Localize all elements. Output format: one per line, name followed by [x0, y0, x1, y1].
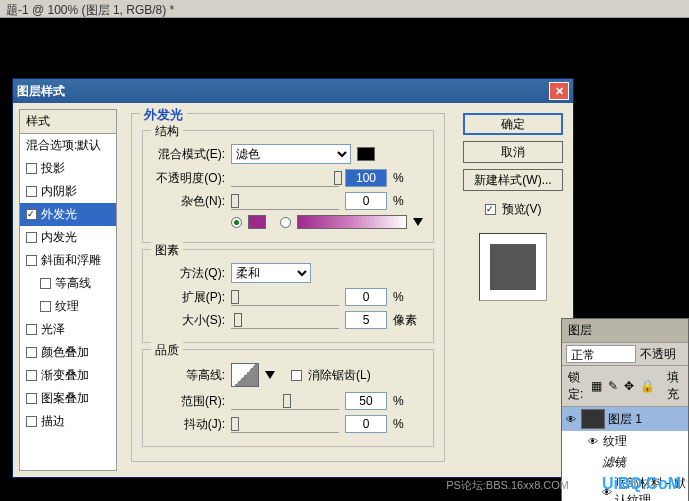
antialias-checkbox[interactable]	[291, 370, 302, 381]
layer-blend-select[interactable]: 正常	[566, 345, 636, 363]
gradient-swatch[interactable]	[297, 215, 407, 229]
new-style-button[interactable]: 新建样式(W)...	[463, 169, 563, 191]
contour-dropdown-icon[interactable]	[265, 371, 275, 379]
structure-title: 结构	[151, 123, 183, 140]
jitter-input[interactable]: 0	[345, 415, 387, 433]
style-item[interactable]: 渐变叠加	[20, 364, 116, 387]
style-checkbox[interactable]	[40, 278, 51, 289]
style-item[interactable]: 光泽	[20, 318, 116, 341]
dialog-title: 图层样式	[17, 83, 65, 100]
style-checkbox[interactable]	[26, 393, 37, 404]
style-item[interactable]: 斜面和浮雕	[20, 249, 116, 272]
layers-panel: 图层 正常 不透明 锁定: ▦ ✎ ✥ 🔒 填充 图层 1 纹理 滤镜 底部材料…	[561, 318, 689, 501]
ok-button[interactable]: 确定	[463, 113, 563, 135]
style-checkbox[interactable]	[26, 209, 37, 220]
watermark: UiBQ.CoM	[602, 475, 681, 493]
style-label: 外发光	[41, 206, 77, 223]
layer-thumbnail[interactable]	[581, 409, 605, 429]
style-checkbox[interactable]	[26, 324, 37, 335]
lock-label: 锁定:	[568, 369, 585, 403]
lock-brush-icon[interactable]: ✎	[608, 379, 618, 393]
size-slider[interactable]	[231, 311, 339, 329]
styles-column: 样式 混合选项:默认 投影内阴影外发光内发光斜面和浮雕等高线纹理光泽颜色叠加渐变…	[19, 109, 117, 471]
style-item[interactable]: 图案叠加	[20, 387, 116, 410]
preview-swatch	[490, 244, 536, 290]
styles-header[interactable]: 样式	[20, 110, 116, 134]
range-unit: %	[393, 394, 423, 408]
elements-title: 图素	[151, 242, 183, 259]
buttons-column: 确定 取消 新建样式(W)... 预览(V)	[459, 109, 567, 471]
noise-unit: %	[393, 194, 423, 208]
gradient-radio[interactable]	[280, 217, 291, 228]
spread-input[interactable]: 0	[345, 288, 387, 306]
style-item[interactable]: 描边	[20, 410, 116, 433]
close-icon[interactable]: ✕	[549, 82, 569, 100]
style-label: 内发光	[41, 229, 77, 246]
visibility-icon[interactable]	[564, 413, 578, 425]
style-label: 描边	[41, 413, 65, 430]
fx-row[interactable]: 滤镜	[562, 452, 688, 473]
style-label: 颜色叠加	[41, 344, 89, 361]
style-checkbox[interactable]	[26, 370, 37, 381]
spread-slider[interactable]	[231, 288, 339, 306]
range-input[interactable]: 50	[345, 392, 387, 410]
style-item[interactable]: 纹理	[20, 295, 116, 318]
style-checkbox[interactable]	[26, 186, 37, 197]
dropdown-icon[interactable]	[413, 218, 423, 226]
layers-tab[interactable]: 图层	[562, 319, 688, 343]
fill-label: 填充	[667, 369, 682, 403]
jitter-slider[interactable]	[231, 415, 339, 433]
blend-mode-select[interactable]: 滤色	[231, 144, 351, 164]
opacity-input[interactable]: 100	[345, 169, 387, 187]
lock-all-icon[interactable]: 🔒	[640, 379, 655, 393]
antialias-label: 消除锯齿(L)	[308, 367, 371, 384]
style-item[interactable]: 等高线	[20, 272, 116, 295]
preview-label: 预览(V)	[502, 201, 542, 218]
spread-unit: %	[393, 290, 423, 304]
quality-title: 品质	[151, 342, 183, 359]
settings-column: 外发光 结构 混合模式(E): 滤色 不透明度(O): 100 %	[123, 109, 453, 471]
range-slider[interactable]	[231, 392, 339, 410]
style-checkbox[interactable]	[26, 347, 37, 358]
lock-pixels-icon[interactable]: ▦	[591, 379, 602, 393]
style-item[interactable]: 内发光	[20, 226, 116, 249]
contour-label: 等高线:	[153, 367, 225, 384]
fx-row[interactable]: 纹理	[562, 431, 688, 452]
style-label: 光泽	[41, 321, 65, 338]
style-label: 纹理	[55, 298, 79, 315]
color-swatch[interactable]	[248, 215, 266, 229]
style-checkbox[interactable]	[26, 232, 37, 243]
overflow-swatch[interactable]	[357, 147, 375, 161]
visibility-icon[interactable]	[586, 436, 600, 448]
style-item[interactable]: 内阴影	[20, 180, 116, 203]
noise-slider[interactable]	[231, 192, 339, 210]
layer-opacity-label: 不透明	[640, 346, 676, 363]
blend-mode-label: 混合模式(E):	[153, 146, 225, 163]
style-checkbox[interactable]	[26, 163, 37, 174]
noise-input[interactable]: 0	[345, 192, 387, 210]
style-label: 图案叠加	[41, 390, 89, 407]
canvas: 图层样式 ✕ 样式 混合选项:默认 投影内阴影外发光内发光斜面和浮雕等高线纹理光…	[0, 18, 689, 501]
style-item[interactable]: 外发光	[20, 203, 116, 226]
opacity-slider[interactable]	[231, 169, 339, 187]
fx-label: 纹理	[603, 433, 627, 450]
cancel-button[interactable]: 取消	[463, 141, 563, 163]
style-item[interactable]: 投影	[20, 157, 116, 180]
contour-picker[interactable]	[231, 363, 259, 387]
size-input[interactable]: 5	[345, 311, 387, 329]
color-radio[interactable]	[231, 217, 242, 228]
style-checkbox[interactable]	[26, 255, 37, 266]
lock-move-icon[interactable]: ✥	[624, 379, 634, 393]
layer-row[interactable]: 图层 1	[562, 407, 688, 431]
style-checkbox[interactable]	[26, 416, 37, 427]
blend-options-item[interactable]: 混合选项:默认	[20, 134, 116, 157]
style-label: 内阴影	[41, 183, 77, 200]
style-label: 投影	[41, 160, 65, 177]
opacity-label: 不透明度(O):	[153, 170, 225, 187]
preview-checkbox[interactable]	[485, 204, 496, 215]
method-select[interactable]: 柔和	[231, 263, 311, 283]
style-item[interactable]: 颜色叠加	[20, 341, 116, 364]
style-label: 渐变叠加	[41, 367, 89, 384]
style-checkbox[interactable]	[40, 301, 51, 312]
dialog-titlebar[interactable]: 图层样式 ✕	[13, 79, 573, 103]
